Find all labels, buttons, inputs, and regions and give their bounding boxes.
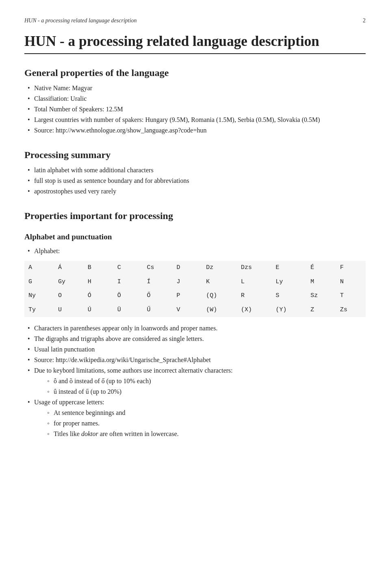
alphabet-intro-list: Alphabet: [24,246,366,256]
alphabet-cell: (X) [237,303,272,317]
alphabet-notes-list: Characters in parentheses appear only in… [24,323,366,439]
list-item: The digraphs and trigraphs above are con… [24,334,366,344]
alphabet-cell: I [113,275,143,289]
alphabet-cell: D [172,261,202,275]
list-item: Source: http://de.wikipedia.org/wiki/Ung… [24,355,366,365]
alphabet-cell: Zs [336,303,366,317]
alphabet-table: AÁBCCsDDzDzsEÉFGGyHIÍJKLLyMNNyOÓÖŐP(Q)RS… [24,261,366,317]
alternatives-list: ô and õ instead of ő (up to 10% each) û … [44,376,366,397]
alphabet-cell: Ly [272,275,307,289]
list-item: At sentence beginnings and [44,408,366,418]
alphabet-cell: Ű [143,303,173,317]
alphabet-heading: Alphabet and punctuation [24,231,366,243]
general-heading: General properties of the language [24,65,366,80]
page-header: HUN - a processing related language desc… [24,16,366,25]
main-title: HUN - a processing related language desc… [24,33,366,54]
page-number: 2 [363,16,366,25]
alphabet-cell: O [54,289,84,303]
alphabet-cell: (Q) [202,289,237,303]
alphabet-cell: L [237,275,272,289]
alphabet-cell: U [54,303,84,317]
alphabet-cell: Sz [306,289,336,303]
list-item: Largest countries with number of spakers… [24,115,366,125]
list-item: Native Name: Magyar [24,83,366,93]
alphabet-cell: A [24,261,54,275]
list-item: latin alphabet with some additional char… [24,165,366,175]
alphabet-cell: (Y) [272,303,307,317]
alphabet-cell: H [84,275,113,289]
list-item: Usage of uppercase letters: At sentence … [24,397,366,439]
alphabet-cell: S [272,289,307,303]
alphabet-cell: J [172,275,202,289]
alphabet-cell: (W) [202,303,237,317]
alphabet-cell: V [172,303,202,317]
list-item: Usual latin punctuation [24,345,366,354]
alphabet-cell: Ő [143,289,173,303]
alphabet-cell: Ó [84,289,113,303]
list-item: Due to keybord limitations, some authors… [24,366,366,397]
uppercase-list: At sentence beginnings and for proper na… [44,408,366,439]
processing-heading: Processing summary [24,148,366,162]
alphabet-cell: Ty [24,303,54,317]
header-title: HUN - a processing related language desc… [24,16,137,25]
list-item: û instead of ű (up to 20%) [44,387,366,397]
alphabet-cell: R [237,289,272,303]
alphabet-cell: Á [54,261,84,275]
alphabet-cell: P [172,289,202,303]
alphabet-cell: Dz [202,261,237,275]
properties-heading: Properties important for processing [24,208,366,223]
alphabet-cell: Z [306,303,336,317]
alphabet-cell: Ö [113,289,143,303]
alphabet-cell: N [336,275,366,289]
list-item: Titles like doktor are often written in … [44,429,366,439]
processing-list: latin alphabet with some additional char… [24,165,366,196]
list-item: Total Number of Speakers: 12.5M [24,104,366,114]
alphabet-cell: Gy [54,275,84,289]
alphabet-cell: Í [143,275,173,289]
list-item: apostrostophes used very rarely [24,187,366,196]
alphabet-cell: Cs [143,261,173,275]
list-item: for proper names. [44,419,366,428]
list-item: ô and õ instead of ő (up to 10% each) [44,376,366,386]
alphabet-cell: B [84,261,113,275]
alphabet-cell: É [306,261,336,275]
alphabet-cell: K [202,275,237,289]
alphabet-cell: T [336,289,366,303]
alphabet-cell: Ú [84,303,113,317]
list-item: Alphabet: [24,246,366,256]
alphabet-cell: Dzs [237,261,272,275]
alphabet-cell: C [113,261,143,275]
list-item: Classifiation: Uralic [24,94,366,104]
alphabet-cell: G [24,275,54,289]
alphabet-cell: M [306,275,336,289]
alphabet-cell: E [272,261,307,275]
list-item: Characters in parentheses appear only in… [24,323,366,333]
doktor-italic: doktor [81,430,98,437]
alphabet-cell: Ny [24,289,54,303]
alphabet-cell: Ü [113,303,143,317]
list-item: Source: http://www.ethnologue.org/show_l… [24,126,366,135]
general-list: Native Name: Magyar Classifiation: Urali… [24,83,366,135]
list-item: full stop is used as sentence boundary a… [24,176,366,186]
alphabet-cell: F [336,261,366,275]
